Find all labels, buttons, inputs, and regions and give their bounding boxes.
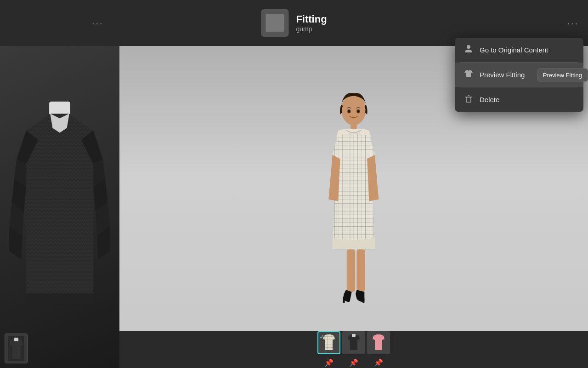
thumbnail-strip: ✓ [317, 331, 390, 354]
pin-button-2[interactable]: 📌 [342, 357, 365, 368]
svg-point-23 [348, 110, 350, 112]
left-panel-thumb [5, 334, 28, 363]
menu-item-preview-fitting[interactable]: Preview Fitting Preview Fitting [455, 63, 583, 87]
clothing-image [5, 83, 115, 331]
left-panel [0, 46, 119, 368]
svg-rect-18 [362, 298, 364, 303]
menu-item-delete[interactable]: Delete [455, 87, 583, 112]
go-to-original-label: Go to Original Content [480, 46, 548, 54]
person-icon [463, 44, 474, 56]
model-svg [296, 87, 412, 327]
header-center: Fitting gump [261, 9, 327, 37]
svg-rect-28 [352, 334, 356, 337]
delete-label: Delete [480, 96, 499, 104]
svg-rect-16 [357, 249, 365, 292]
trash-icon [463, 94, 474, 105]
item-sub: gump [296, 25, 327, 33]
item-thumbnail [261, 9, 288, 37]
thumbnail-jacket[interactable] [342, 331, 365, 354]
thumbnail-pink-dress[interactable] [367, 331, 390, 354]
thumbnail-plaid[interactable]: ✓ [317, 331, 340, 354]
svg-rect-30 [466, 97, 471, 102]
bottom-controls: ✓ [119, 331, 588, 368]
more-options-left[interactable]: ··· [92, 18, 104, 29]
item-name: Fitting [296, 13, 327, 25]
svg-rect-0 [266, 14, 284, 32]
svg-rect-17 [343, 298, 345, 303]
context-menu: Go to Original Content Preview Fitting P… [455, 38, 583, 112]
item-info: Fitting gump [296, 13, 327, 33]
preview-fitting-label: Preview Fitting [480, 71, 525, 79]
shirt-icon [463, 69, 474, 80]
svg-rect-3 [26, 293, 93, 303]
pin-strip: 📌 📌 📌 [317, 357, 390, 368]
pin-button-1[interactable]: 📌 [317, 357, 340, 368]
clothing-svg [9, 92, 110, 322]
svg-rect-5 [14, 338, 18, 341]
svg-point-6 [341, 94, 366, 125]
menu-item-go-to-original[interactable]: Go to Original Content [455, 38, 583, 62]
svg-point-24 [357, 110, 359, 112]
svg-point-29 [467, 45, 470, 49]
more-options-right[interactable]: ··· [567, 18, 579, 29]
svg-rect-15 [347, 249, 355, 292]
check-icon: ✓ [319, 333, 325, 340]
preview-fitting-tooltip: Preview Fitting [537, 68, 588, 81]
pin-button-3[interactable]: 📌 [367, 357, 390, 368]
